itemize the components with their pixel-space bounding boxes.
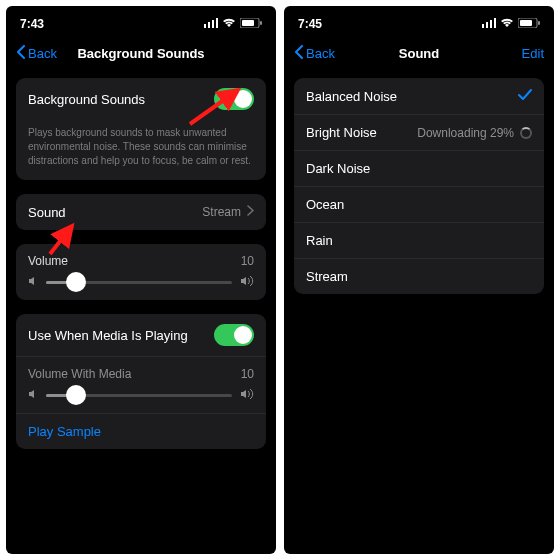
wifi-icon — [222, 17, 236, 31]
bg-sounds-toggle-row[interactable]: Background Sounds — [16, 78, 266, 120]
item-label: Dark Noise — [306, 161, 370, 176]
svg-rect-10 — [494, 18, 496, 28]
svg-rect-3 — [216, 18, 218, 28]
slider-thumb[interactable] — [66, 272, 86, 292]
svg-rect-2 — [212, 20, 214, 28]
slider-track[interactable] — [46, 281, 232, 284]
media-card: Use When Media Is Playing Volume With Me… — [16, 314, 266, 449]
sound-item-dark-noise[interactable]: Dark Noise — [294, 150, 544, 186]
sound-item-stream[interactable]: Stream — [294, 258, 544, 294]
sound-label: Sound — [28, 205, 66, 220]
svg-rect-13 — [520, 20, 532, 26]
item-label: Ocean — [306, 197, 344, 212]
speaker-low-icon — [28, 276, 38, 288]
item-label: Stream — [306, 269, 348, 284]
svg-rect-0 — [204, 24, 206, 28]
sound-item-rain[interactable]: Rain — [294, 222, 544, 258]
svg-rect-12 — [538, 21, 540, 25]
status-time: 7:43 — [20, 17, 44, 31]
sound-value: Stream — [202, 205, 241, 219]
svg-rect-1 — [208, 22, 210, 28]
media-toggle[interactable] — [214, 324, 254, 346]
nav-bar: Back Sound Edit — [284, 36, 554, 70]
speaker-low-icon — [28, 389, 38, 401]
play-sample-button[interactable]: Play Sample — [16, 413, 266, 449]
back-button[interactable]: Back — [16, 45, 57, 62]
chevron-left-icon — [294, 45, 304, 62]
svg-rect-7 — [482, 24, 484, 28]
screen-background-sounds: 7:43 Back Background Sounds Background — [6, 6, 276, 554]
wifi-icon — [500, 17, 514, 31]
svg-rect-9 — [490, 20, 492, 28]
svg-rect-5 — [260, 21, 262, 25]
item-label: Bright Noise — [306, 125, 377, 140]
sound-item-bright-noise[interactable]: Bright Noise Downloading 29% — [294, 114, 544, 150]
sound-item-ocean[interactable]: Ocean — [294, 186, 544, 222]
bg-sounds-label: Background Sounds — [28, 92, 145, 107]
media-label: Use When Media Is Playing — [28, 328, 188, 343]
edit-button[interactable]: Edit — [522, 46, 544, 61]
slider-track[interactable] — [46, 394, 232, 397]
media-volume-row: Volume With Media 10 — [16, 356, 266, 413]
status-time: 7:45 — [298, 17, 322, 31]
nav-bar: Back Background Sounds — [6, 36, 276, 70]
spinner-icon — [520, 127, 532, 139]
status-icons — [482, 17, 540, 31]
media-volume-slider[interactable] — [28, 389, 254, 401]
volume-value: 10 — [241, 254, 254, 268]
media-toggle-row[interactable]: Use When Media Is Playing — [16, 314, 266, 356]
slider-thumb[interactable] — [66, 385, 86, 405]
bg-sounds-description: Plays background sounds to mask unwanted… — [16, 120, 266, 180]
item-label: Rain — [306, 233, 333, 248]
sound-card: Sound Stream — [16, 194, 266, 230]
download-status: Downloading 29% — [417, 126, 532, 140]
bg-sounds-card: Background Sounds Plays background sound… — [16, 78, 266, 180]
chevron-left-icon — [16, 45, 26, 62]
volume-slider-row: Volume 10 — [16, 244, 266, 300]
content: Balanced Noise Bright Noise Downloading … — [284, 70, 554, 302]
speaker-high-icon — [240, 276, 254, 288]
back-label: Back — [306, 46, 335, 61]
check-icon — [518, 89, 532, 104]
media-volume-label: Volume With Media — [28, 367, 131, 381]
status-bar: 7:45 — [284, 6, 554, 36]
volume-slider[interactable] — [28, 276, 254, 288]
back-button[interactable]: Back — [294, 45, 335, 62]
svg-rect-6 — [242, 20, 254, 26]
battery-icon — [240, 17, 262, 31]
sound-list: Balanced Noise Bright Noise Downloading … — [294, 78, 544, 294]
signal-icon — [204, 17, 218, 31]
sound-value-group: Stream — [202, 205, 254, 219]
status-bar: 7:43 — [6, 6, 276, 36]
content: Background Sounds Plays background sound… — [6, 70, 276, 457]
screen-sound: 7:45 Back Sound Edit Balanced Noise — [284, 6, 554, 554]
speaker-high-icon — [240, 389, 254, 401]
signal-icon — [482, 17, 496, 31]
sound-item-balanced-noise[interactable]: Balanced Noise — [294, 78, 544, 114]
volume-label: Volume — [28, 254, 68, 268]
back-label: Back — [28, 46, 57, 61]
item-label: Balanced Noise — [306, 89, 397, 104]
battery-icon — [518, 17, 540, 31]
bg-sounds-toggle[interactable] — [214, 88, 254, 110]
media-volume-value: 10 — [241, 367, 254, 381]
chevron-right-icon — [247, 205, 254, 219]
status-icons — [204, 17, 262, 31]
svg-rect-8 — [486, 22, 488, 28]
download-text: Downloading 29% — [417, 126, 514, 140]
volume-card: Volume 10 — [16, 244, 266, 300]
sound-row[interactable]: Sound Stream — [16, 194, 266, 230]
